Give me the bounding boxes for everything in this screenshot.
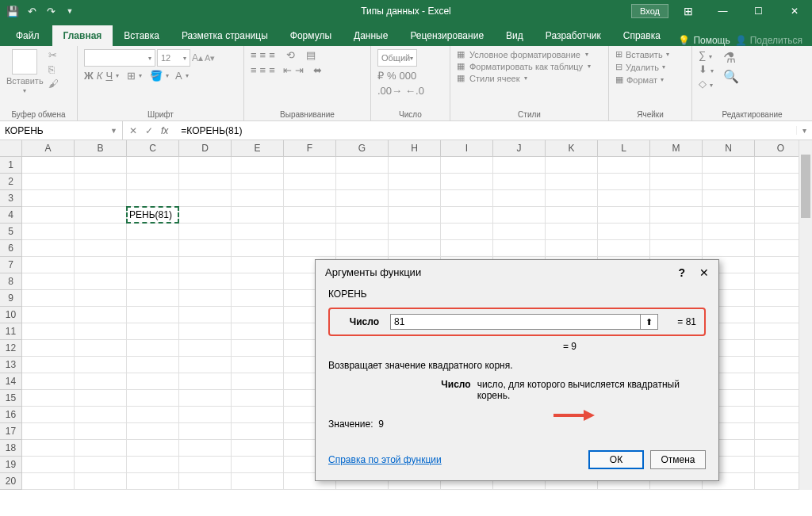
tab-help[interactable]: Справка — [612, 25, 672, 46]
cell[interactable] — [22, 357, 75, 373]
cell[interactable] — [441, 224, 493, 240]
align-left-icon[interactable]: ≡ — [251, 64, 257, 76]
conditional-formatting-button[interactable]: ▦Условное форматирование▾ — [457, 49, 588, 59]
cell[interactable] — [703, 190, 755, 207]
sort-filter-icon[interactable]: ⚗ — [723, 49, 739, 67]
row-header[interactable]: 8 — [0, 273, 22, 290]
cell[interactable] — [179, 323, 232, 340]
cell[interactable] — [22, 473, 75, 490]
cell[interactable] — [127, 290, 179, 307]
fx-icon[interactable]: fx — [161, 125, 168, 136]
cell[interactable] — [127, 174, 179, 190]
cell[interactable] — [546, 190, 598, 207]
cell[interactable]: РЕНЬ(81) — [127, 207, 179, 224]
cell[interactable] — [75, 390, 127, 407]
cell[interactable] — [75, 240, 127, 257]
cell[interactable] — [22, 373, 75, 390]
cancel-button[interactable]: Отмена — [650, 450, 706, 469]
cell[interactable] — [598, 174, 650, 190]
cell[interactable] — [75, 190, 127, 207]
cell[interactable] — [232, 307, 284, 323]
cell[interactable] — [232, 207, 284, 224]
column-header[interactable]: J — [493, 140, 546, 156]
cell[interactable] — [598, 157, 650, 174]
cell[interactable] — [598, 207, 650, 224]
cell[interactable] — [22, 157, 75, 174]
scrollbar-thumb[interactable] — [801, 155, 810, 218]
cell[interactable] — [232, 190, 284, 207]
column-header[interactable]: N — [703, 140, 755, 156]
range-picker-icon[interactable]: ⬆ — [641, 314, 658, 330]
ok-button[interactable]: ОК — [588, 450, 644, 469]
column-header[interactable]: A — [22, 140, 75, 156]
cell[interactable] — [179, 174, 232, 190]
decrease-decimal-icon[interactable]: ←.0 — [405, 85, 424, 97]
row-header[interactable]: 18 — [0, 440, 22, 457]
cell[interactable] — [493, 190, 546, 207]
row-header[interactable]: 6 — [0, 240, 22, 257]
percent-icon[interactable]: % — [387, 70, 396, 82]
row-header[interactable]: 14 — [0, 373, 22, 390]
cell[interactable] — [441, 157, 493, 174]
tab-data[interactable]: Данные — [343, 25, 399, 46]
cell[interactable] — [232, 340, 284, 357]
row-header[interactable]: 19 — [0, 457, 22, 473]
cell[interactable] — [598, 240, 650, 257]
cell[interactable] — [127, 224, 179, 240]
column-header[interactable]: C — [127, 140, 179, 156]
font-color-icon[interactable]: A — [175, 70, 182, 82]
cell[interactable] — [179, 190, 232, 207]
cell[interactable] — [22, 390, 75, 407]
enter-formula-icon[interactable]: ✓ — [145, 125, 153, 136]
cell[interactable] — [598, 224, 650, 240]
cell[interactable] — [232, 273, 284, 290]
cell[interactable] — [546, 157, 598, 174]
cell[interactable] — [179, 423, 232, 440]
cell[interactable] — [75, 307, 127, 323]
column-header[interactable]: G — [336, 140, 389, 156]
cell[interactable] — [22, 307, 75, 323]
tab-developer[interactable]: Разработчик — [534, 25, 612, 46]
cell[interactable] — [232, 390, 284, 407]
cell[interactable] — [127, 307, 179, 323]
cell[interactable] — [389, 224, 441, 240]
paste-button[interactable]: Вставить ▾ — [6, 49, 44, 94]
orientation-icon[interactable]: ⟲ — [286, 49, 295, 61]
cell[interactable] — [650, 224, 703, 240]
row-header[interactable]: 10 — [0, 307, 22, 323]
row-header[interactable]: 15 — [0, 390, 22, 407]
row-header[interactable]: 16 — [0, 407, 22, 423]
format-painter-icon[interactable]: 🖌 — [48, 78, 59, 90]
decrease-font-icon[interactable]: A▾ — [205, 53, 215, 63]
cell[interactable] — [232, 457, 284, 473]
cell[interactable] — [232, 423, 284, 440]
row-header[interactable]: 2 — [0, 174, 22, 190]
cell[interactable] — [598, 190, 650, 207]
cell[interactable] — [232, 323, 284, 340]
cell[interactable] — [179, 390, 232, 407]
tab-file[interactable]: Файл — [3, 25, 52, 46]
dialog-help-icon[interactable]: ? — [678, 266, 685, 279]
cell[interactable] — [389, 157, 441, 174]
cell[interactable] — [389, 174, 441, 190]
row-header[interactable]: 4 — [0, 207, 22, 224]
merge-icon[interactable]: ⬌ — [313, 64, 322, 76]
number-format-combo[interactable]: Общий▾ — [377, 49, 417, 67]
cell[interactable] — [127, 390, 179, 407]
cell[interactable] — [703, 157, 755, 174]
align-bottom-icon[interactable]: ≡ — [269, 49, 275, 61]
maximize-button[interactable]: ☐ — [741, 0, 776, 22]
cell[interactable] — [75, 340, 127, 357]
cell[interactable] — [22, 423, 75, 440]
cell[interactable] — [22, 457, 75, 473]
cell[interactable] — [179, 157, 232, 174]
cell[interactable] — [336, 157, 389, 174]
cell[interactable] — [75, 457, 127, 473]
row-header[interactable]: 1 — [0, 157, 22, 174]
formula-expand-icon[interactable]: ▾ — [796, 126, 812, 135]
row-header[interactable]: 20 — [0, 473, 22, 490]
cell[interactable] — [703, 174, 755, 190]
cell[interactable] — [284, 224, 336, 240]
tab-insert[interactable]: Вставка — [113, 25, 170, 46]
tab-formulas[interactable]: Формулы — [279, 25, 343, 46]
